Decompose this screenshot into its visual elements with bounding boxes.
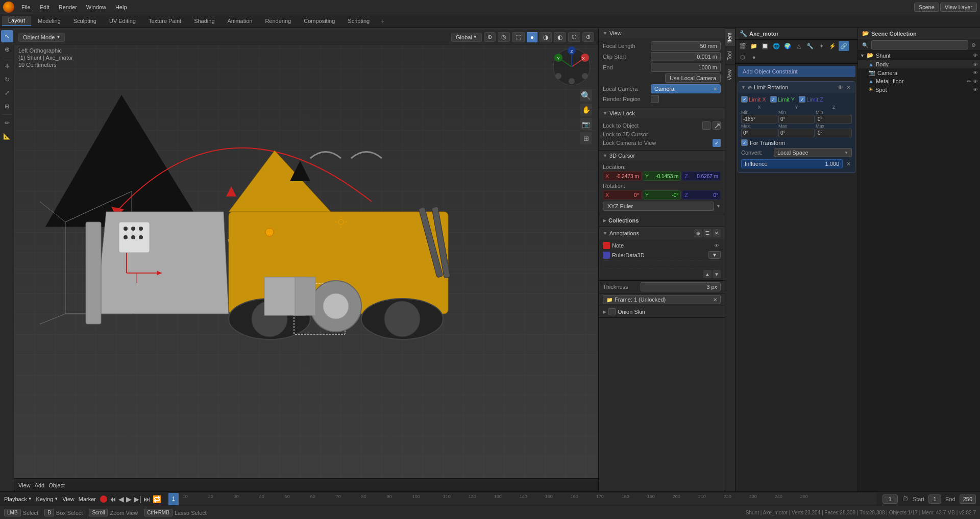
floor-edit-icon[interactable]: ✏ bbox=[967, 79, 971, 84]
viewport-object-menu[interactable]: Object bbox=[48, 482, 65, 488]
step-fwd-btn[interactable]: ▶| bbox=[134, 495, 141, 503]
prop-tab-world[interactable]: 🌍 bbox=[782, 41, 793, 51]
viewport-view-menu[interactable]: View bbox=[18, 482, 31, 488]
use-local-camera-btn[interactable]: Use Local Camera bbox=[665, 73, 721, 83]
measure-tool-button[interactable]: 📐 bbox=[1, 130, 13, 142]
menu-edit[interactable]: Edit bbox=[36, 3, 54, 11]
prop-tab-physics[interactable]: ⚡ bbox=[827, 41, 838, 51]
tab-compositing[interactable]: Compositing bbox=[298, 16, 341, 26]
view-section-header[interactable]: ▼ View bbox=[599, 28, 725, 38]
prop-tab-output[interactable]: 📁 bbox=[749, 41, 759, 51]
tab-sculpting[interactable]: Sculpting bbox=[67, 16, 103, 26]
lock-to-object-pick[interactable] bbox=[713, 121, 721, 130]
collection-shunt[interactable]: ▼ 📂 Shunt 👁 bbox=[858, 51, 980, 60]
limit-x-checkbox[interactable]: ✓ bbox=[741, 96, 748, 103]
tab-uv-editing[interactable]: UV Editing bbox=[103, 16, 142, 26]
prop-tab-data[interactable]: ⬡ bbox=[738, 52, 748, 62]
timeline-ruler[interactable]: 1 10 20 30 40 50 60 70 80 90 100 110 120… bbox=[167, 493, 876, 505]
overlay-button[interactable]: ⬡ bbox=[568, 32, 580, 42]
prop-tab-view-layer[interactable]: 🔲 bbox=[760, 41, 770, 51]
jump-start-btn[interactable]: ⏮ bbox=[109, 495, 116, 503]
keying-menu[interactable]: Keying▼ bbox=[36, 496, 59, 502]
navigation-gizmo[interactable]: X Y Z bbox=[551, 46, 592, 87]
xyz-euler-selector[interactable]: XYZ Euler bbox=[603, 202, 714, 211]
ann-layers-icon[interactable]: ☰ bbox=[703, 229, 712, 237]
prop-tab-particle[interactable]: ✦ bbox=[816, 41, 826, 51]
move-tool-button[interactable]: ✛ bbox=[1, 60, 13, 72]
frame-field[interactable]: 📁 Frame: 1 (Unlocked) ✕ bbox=[603, 295, 721, 304]
constraint-expand-arrow[interactable]: ▼ bbox=[741, 85, 746, 90]
outliner-item-body[interactable]: ▲ Body 👁 bbox=[858, 60, 980, 68]
influence-reset-btn[interactable]: ✕ bbox=[845, 160, 852, 167]
object-mode-dropdown[interactable]: Object Mode ▼ bbox=[18, 33, 65, 42]
limit-z-checkbox[interactable]: ✓ bbox=[799, 96, 805, 103]
note-color-swatch[interactable] bbox=[603, 242, 610, 249]
prop-tab-scene[interactable]: 🌐 bbox=[771, 41, 781, 51]
tab-texture-paint[interactable]: Texture Paint bbox=[142, 16, 187, 26]
influence-field[interactable]: Influence 1.000 bbox=[741, 159, 843, 168]
tab-animation[interactable]: Animation bbox=[222, 16, 259, 26]
min-y-field[interactable]: 0° bbox=[778, 115, 815, 123]
shading-material[interactable]: ◑ bbox=[540, 32, 552, 42]
scene-selector[interactable]: Scene bbox=[914, 3, 939, 12]
snap-button[interactable]: ⊕ bbox=[484, 32, 496, 42]
outliner-item-spot[interactable]: ☀ Spot 👁 bbox=[858, 85, 980, 94]
playback-menu[interactable]: Playback▼ bbox=[4, 496, 32, 502]
prop-tab-object[interactable]: △ bbox=[794, 41, 804, 51]
camera-visible-icon[interactable]: 👁 bbox=[973, 70, 978, 76]
min-z-field[interactable]: 0° bbox=[816, 115, 852, 123]
tab-scripting[interactable]: Scripting bbox=[341, 16, 376, 26]
proportional-edit[interactable]: ◎ bbox=[498, 32, 510, 42]
scale-tool-button[interactable]: ⤢ bbox=[1, 87, 13, 99]
outliner-filter-types[interactable]: ⚙ bbox=[969, 41, 978, 49]
tab-shading[interactable]: Shading bbox=[188, 16, 220, 26]
shading-wireframe[interactable]: ⬚ bbox=[512, 32, 525, 42]
add-constraint-btn[interactable]: Add Object Constraint bbox=[738, 66, 855, 77]
marker-menu[interactable]: Marker bbox=[79, 496, 96, 502]
camera-icon[interactable]: 📷 bbox=[580, 118, 592, 130]
max-y-field[interactable]: 0° bbox=[778, 129, 815, 137]
ann-up-btn[interactable]: ▲ bbox=[703, 270, 712, 278]
convert-dropdown[interactable]: Local Space ▼ bbox=[774, 148, 852, 157]
onion-skin-icon[interactable] bbox=[608, 308, 616, 315]
constraint-visibility-btn[interactable]: 👁 bbox=[837, 84, 844, 91]
viewport-add-menu[interactable]: Add bbox=[35, 482, 45, 488]
lock-camera-checkbox[interactable]: ✓ bbox=[713, 139, 721, 147]
floor-visible-icon[interactable]: 👁 bbox=[973, 79, 978, 84]
lock-to-object-checkbox[interactable] bbox=[702, 121, 710, 130]
menu-window[interactable]: Window bbox=[82, 3, 110, 11]
outliner-item-camera[interactable]: 📷 Camera 👁 bbox=[858, 68, 980, 77]
ann-close-icon[interactable]: ✕ bbox=[713, 229, 721, 237]
loop-btn[interactable]: 🔁 bbox=[153, 495, 161, 503]
prop-tab-render[interactable]: 🎬 bbox=[738, 41, 748, 51]
zoom-in-icon[interactable]: 🔍 bbox=[580, 89, 592, 102]
rotate-tool-button[interactable]: ↻ bbox=[1, 73, 13, 86]
note-visibility-icon[interactable]: 👁 bbox=[713, 241, 721, 250]
select-tool-button[interactable]: ↖ bbox=[1, 30, 13, 42]
play-btn[interactable]: ▶ bbox=[126, 495, 132, 503]
prop-tab-constraint[interactable]: 🔗 bbox=[839, 41, 849, 51]
tab-modeling[interactable]: Modeling bbox=[32, 16, 67, 26]
constraint-close-btn[interactable]: ✕ bbox=[845, 84, 852, 91]
step-back-btn[interactable]: ◀ bbox=[118, 495, 124, 503]
sidebar-tab-tool[interactable]: Tool bbox=[725, 46, 735, 64]
prop-tab-material[interactable]: ● bbox=[749, 52, 759, 62]
start-frame-input[interactable]: 1 bbox=[928, 495, 941, 504]
view-menu[interactable]: View bbox=[62, 496, 75, 502]
frame-input[interactable]: 1 bbox=[883, 495, 898, 504]
shading-rendered[interactable]: ◐ bbox=[554, 32, 566, 42]
view-layer-selector[interactable]: View Layer bbox=[940, 3, 977, 12]
cursor-section-header[interactable]: ▼ 3D Cursor bbox=[599, 151, 725, 161]
thickness-field[interactable]: 3 px bbox=[641, 282, 721, 291]
max-z-field[interactable]: 0° bbox=[816, 129, 852, 137]
end-frame-input[interactable]: 250 bbox=[960, 495, 976, 504]
frame-close-icon[interactable]: ✕ bbox=[713, 297, 717, 303]
sidebar-tab-view[interactable]: View bbox=[725, 65, 735, 85]
jump-end-btn[interactable]: ⏭ bbox=[143, 495, 151, 503]
prop-tab-modifier[interactable]: 🔧 bbox=[805, 41, 815, 51]
body-visible-icon[interactable]: 👁 bbox=[973, 62, 978, 67]
grid-icon[interactable]: ⊞ bbox=[580, 132, 592, 144]
tab-layout[interactable]: Layout bbox=[2, 16, 31, 26]
cursor-tool-button[interactable]: ⊕ bbox=[1, 43, 13, 56]
hand-tool-icon[interactable]: ✋ bbox=[580, 104, 592, 116]
